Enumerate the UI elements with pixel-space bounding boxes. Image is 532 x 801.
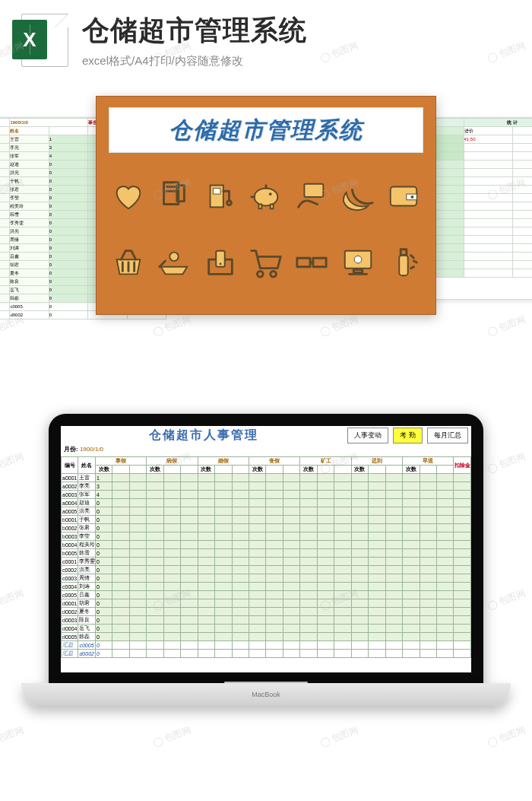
cell-id: d0003 — [62, 616, 78, 625]
table-sum-row: 汇总d00020 — [62, 650, 471, 658]
table-row: a0002李亮3 — [62, 482, 471, 491]
cell-name: 韩雪 — [10, 211, 49, 219]
piggy-icon — [249, 178, 283, 213]
svg-rect-24 — [297, 258, 310, 267]
cell-id: c0003 — [0, 236, 10, 244]
table-row: c0002洪亮0 — [62, 566, 471, 574]
svg-rect-5 — [213, 188, 220, 194]
cell-name: 洪亮 — [78, 566, 95, 574]
cell-val: 0 — [95, 532, 112, 541]
cell-name: 岳飞 — [78, 625, 95, 633]
cell-name: 韩雪 — [78, 549, 95, 558]
cell-id: b0005 — [62, 549, 78, 558]
cell-name: 张君 — [78, 524, 95, 532]
cell-name: 吕鑫 — [10, 253, 49, 261]
cell-val: 0 — [49, 294, 87, 303]
page-title: 仓储超市管理系统 — [82, 12, 520, 49]
cell-id: d0004 — [0, 286, 10, 294]
cell-name: 夏冬 — [10, 269, 49, 278]
col-header: 统 计 — [464, 119, 532, 127]
th-sub: 次数 — [403, 466, 420, 474]
cell-val: 1 — [95, 474, 112, 482]
cell-id: b0001 — [0, 177, 10, 186]
cell-id: c0003 — [62, 574, 78, 583]
cell-id: a0005 — [0, 169, 10, 177]
table-row: c0005吕鑫0 — [62, 591, 471, 599]
cell-name: 刘涛 — [78, 583, 95, 591]
monitor-icon — [340, 245, 375, 280]
cell-name: 陈良 — [78, 616, 95, 625]
svg-point-21 — [219, 262, 221, 265]
cell-name: 程美玲 — [78, 541, 95, 549]
th-sub: 次数 — [249, 466, 265, 474]
cell-id: a0003 — [0, 152, 10, 161]
th-group: 矿工 — [300, 457, 351, 466]
cell-val: 0 — [49, 269, 87, 278]
cell-name: 周倩 — [78, 574, 95, 583]
cell-id: b0001 — [62, 516, 78, 524]
date-label: 月份: — [0, 119, 10, 127]
cell-id: a0001 — [0, 135, 10, 144]
cell-id: a0003 — [62, 491, 78, 499]
cell-id: b0005 — [0, 211, 10, 219]
center-card-title: 仓储超市管理系统 — [109, 107, 423, 153]
cell-val: 0 — [95, 633, 112, 641]
cell-name: 李莹 — [78, 532, 95, 541]
svg-point-8 — [269, 192, 272, 195]
svg-rect-10 — [271, 205, 274, 209]
table-row: b0005韩雪0 — [62, 549, 471, 558]
table-row: d0004岳飞0 — [62, 625, 471, 633]
cell-id: c0002 — [62, 566, 78, 574]
btn-monthly-summary[interactable]: 每月汇总 — [427, 428, 468, 443]
cell-val: 0 — [95, 507, 112, 516]
cell-val: 0 — [95, 558, 112, 566]
banana-icon — [340, 178, 375, 213]
cell-name: 张军 — [10, 152, 49, 161]
svg-point-7 — [255, 188, 278, 205]
cell-id: c0001 — [62, 558, 78, 566]
date-value: 1900/1/0 — [10, 119, 88, 127]
svg-rect-11 — [305, 184, 324, 197]
table-row: b0003李莹0 — [62, 532, 471, 541]
cell-id: c0005 — [0, 253, 10, 261]
cell-name: 胡君 — [10, 261, 49, 269]
cell-val: 0 — [95, 566, 112, 574]
cell-val: 0 — [95, 524, 112, 532]
cell-val: 3 — [95, 482, 112, 491]
excel-icon: X — [12, 11, 71, 70]
th-group: 病假 — [147, 457, 198, 466]
cell-val: 0 — [49, 227, 87, 236]
cell-id: c0004 — [62, 583, 78, 591]
cell-id: d0002 — [0, 269, 10, 278]
cell-id: b0002 — [62, 524, 78, 532]
cell-val: 0 — [95, 591, 112, 599]
cell-id: b0003 — [62, 532, 78, 541]
wallet-icon — [386, 178, 421, 213]
preview-center-card: 仓储超市管理系统 — [96, 96, 436, 315]
cell-id: c0002 — [0, 227, 10, 236]
cell-name: 韩磊 — [10, 294, 49, 303]
cell-name: 程美玲 — [10, 202, 49, 211]
cell-id: b0003 — [0, 194, 10, 202]
table-row: a0004赵迪0 — [62, 499, 471, 507]
cell-name: 岳飞 — [10, 286, 49, 294]
bottle-icon — [386, 245, 421, 280]
th-group: 婚假 — [198, 457, 249, 466]
glasses-3d-icon — [294, 245, 329, 280]
cell-id: a0001 — [62, 474, 78, 482]
table-sum-row: 汇总c00050 — [62, 641, 471, 650]
laptop-mockup: 仓储超市人事管理 人事变动 考 勤 每月汇总 月份: 1900/1/0 编号姓名… — [21, 414, 511, 771]
cell-val: 0 — [95, 541, 112, 549]
sum-label: 汇总 — [62, 650, 78, 658]
cell-name: 吕鑫 — [78, 591, 95, 599]
table-row: a0001王雷1 — [62, 474, 471, 482]
cell-val: 0 — [49, 286, 87, 294]
cell-val: 0 — [49, 261, 87, 269]
btn-attendance[interactable]: 考 勤 — [393, 428, 423, 443]
icon-grid — [109, 165, 423, 293]
svg-point-6 — [226, 201, 231, 205]
cell-val: 0 — [49, 253, 87, 261]
svg-rect-30 — [399, 255, 408, 275]
btn-personnel[interactable]: 人事变动 — [347, 428, 388, 443]
cell-val: 0 — [95, 583, 112, 591]
